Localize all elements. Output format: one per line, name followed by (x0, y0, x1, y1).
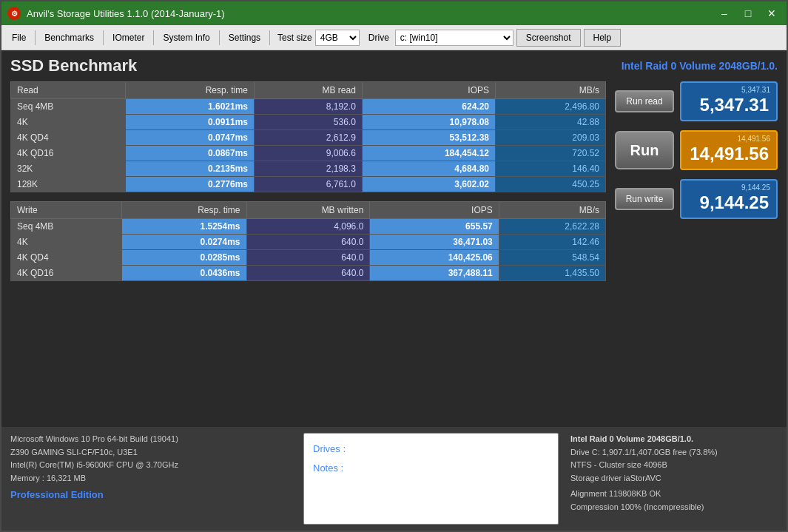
footer-storage-driver: Storage driver iaStorAVC (570, 472, 778, 485)
write-score-box: 9,144.25 9,144.25 (680, 179, 778, 219)
menu-settings[interactable]: Settings (221, 25, 268, 50)
mb-cell: 2,612.9 (255, 130, 363, 146)
resp-time-cell: 1.6021ms (126, 99, 255, 115)
test-size-select[interactable]: 4GB 1GB 2GB (315, 30, 360, 46)
drive-label: Drive (368, 33, 389, 43)
iops-cell: 10,978.08 (362, 115, 495, 130)
read-col-mbs: MB/s (495, 82, 605, 99)
row-label: Seq 4MB (11, 99, 126, 115)
row-label: 4K (11, 235, 122, 250)
iops-cell: 367,488.11 (370, 266, 499, 281)
total-score-label: 14,491.56 (738, 135, 771, 143)
read-score-value: 5,347.31 (689, 95, 769, 115)
iops-cell: 3,602.02 (362, 177, 495, 192)
menu-system-info[interactable]: System Info (155, 25, 217, 50)
table-section: Read Resp. time MB read IOPS MB/s Seq 4M… (10, 81, 606, 421)
iops-cell: 53,512.38 (362, 130, 495, 146)
write-col-iops: IOPS (370, 202, 499, 219)
close-button[interactable]: ✕ (763, 6, 781, 21)
table-row: 32K0.2135ms2,198.34,684.80146.40 (11, 161, 606, 177)
run-write-button[interactable]: Run write (615, 188, 674, 210)
footer-left: Microsoft Windows 10 Pro 64-bit Build (1… (10, 433, 292, 525)
table-row: 128K0.2776ms6,761.03,602.02450.25 (11, 177, 606, 192)
menu-separator-5 (269, 30, 270, 45)
write-col-mbs: MB/s (499, 202, 605, 219)
row-label: 4K QD4 (11, 250, 122, 266)
footer-os: Microsoft Windows 10 Pro 64-bit Build (1… (10, 433, 292, 446)
read-table: Read Resp. time MB read IOPS MB/s Seq 4M… (10, 81, 606, 192)
resp-time-cell: 1.5254ms (122, 219, 246, 235)
read-col-resp: Resp. time (126, 82, 255, 99)
mb-cell: 536.0 (255, 115, 363, 130)
menu-file[interactable]: File (4, 25, 33, 50)
read-header-row: Read Resp. time MB read IOPS MB/s (11, 82, 606, 99)
mb-cell: 640.0 (246, 266, 370, 281)
row-label: 32K (11, 161, 126, 177)
menu-bar: File Benchmarks IOmeter System Info Sett… (1, 25, 787, 50)
table-row: 4K QD40.0747ms2,612.953,512.38209.03 (11, 130, 606, 146)
row-label: 4K QD16 (11, 146, 126, 161)
footer-board: Z390 GAMING SLI-CF/F10c, U3E1 (10, 446, 292, 459)
resp-time-cell: 0.0436ms (122, 266, 246, 281)
run-total-row: Run 14,491.56 14,491.56 (615, 130, 778, 170)
read-col-mb: MB read (255, 82, 363, 99)
write-score-label: 9,144.25 (741, 183, 770, 192)
resp-time-cell: 0.2776ms (126, 177, 255, 192)
table-row: Seq 4MB1.5254ms4,096.0655.572,622.28 (11, 219, 606, 235)
help-button[interactable]: Help (584, 29, 622, 47)
iops-cell: 36,471.03 (370, 235, 499, 250)
run-button[interactable]: Run (615, 131, 674, 169)
read-score-box: 5,347.31 5,347.31 (680, 81, 778, 121)
read-col-iops: IOPS (362, 82, 495, 99)
resp-time-cell: 0.2135ms (126, 161, 255, 177)
footer-drives-label: Drives : (313, 440, 549, 459)
mbs-cell: 2,496.80 (495, 99, 605, 115)
run-read-button[interactable]: Run read (615, 90, 674, 112)
drive-container: c: [win10] (395, 30, 513, 46)
row-label: Seq 4MB (11, 219, 122, 235)
footer-compression: Compression 100% (Incompressible) (570, 501, 778, 514)
read-score-label: 5,347.31 (741, 86, 770, 94)
maximize-button[interactable]: □ (739, 6, 757, 21)
page-title: SSD Benchmark (10, 56, 137, 75)
mbs-cell: 209.03 (495, 130, 605, 146)
app-icon: ⚙ (7, 7, 21, 20)
menu-benchmarks[interactable]: Benchmarks (37, 25, 101, 50)
drive-info: Intel Raid 0 Volume 2048GB/1.0. (622, 60, 778, 72)
mbs-cell: 720.52 (495, 146, 605, 161)
minimize-button[interactable]: – (715, 6, 733, 21)
write-col-label: Write (11, 202, 122, 219)
mb-cell: 8,192.0 (255, 99, 363, 115)
title-bar: ⚙ Anvil's Storage Utilities 1.1.0 (2014-… (1, 1, 787, 25)
window-title: Anvil's Storage Utilities 1.1.0 (2014-Ja… (27, 8, 715, 19)
total-score-box: 14,491.56 14,491.56 (680, 130, 778, 170)
mbs-cell: 146.40 (495, 161, 605, 177)
iops-cell: 4,684.80 (362, 161, 495, 177)
table-gap (10, 192, 606, 201)
footer-edition: Professional Edition (10, 488, 292, 503)
resp-time-cell: 0.0867ms (126, 146, 255, 161)
footer-center: Drives : Notes : (303, 433, 559, 525)
run-read-row: Run read 5,347.31 5,347.31 (615, 81, 778, 121)
resp-time-cell: 0.0285ms (122, 250, 246, 266)
iops-cell: 624.20 (362, 99, 495, 115)
write-header-row: Write Resp. time MB written IOPS MB/s (11, 202, 606, 219)
mb-cell: 9,006.6 (255, 146, 363, 161)
row-label: 128K (11, 177, 126, 192)
menu-iometer[interactable]: IOmeter (105, 25, 152, 50)
footer-drive-c: Drive C: 1,907.1/1,407.0GB free (73.8%) (570, 446, 778, 459)
drive-select[interactable]: c: [win10] (395, 30, 513, 46)
window-controls: – □ ✕ (715, 6, 781, 21)
table-row: 4K QD160.0436ms640.0367,488.111,435.50 (11, 266, 606, 281)
iops-cell: 140,425.06 (370, 250, 499, 266)
table-row: 4K QD160.0867ms9,006.6184,454.12720.52 (11, 146, 606, 161)
screenshot-button[interactable]: Screenshot (516, 29, 581, 47)
footer-cpu: Intel(R) Core(TM) i5-9600KF CPU @ 3.70GH… (10, 459, 292, 472)
main-content: Read Resp. time MB read IOPS MB/s Seq 4M… (1, 81, 787, 427)
table-row: Seq 4MB1.6021ms8,192.0624.202,496.80 (11, 99, 606, 115)
iops-cell: 655.57 (370, 219, 499, 235)
mbs-cell: 548.54 (499, 250, 605, 266)
menu-separator-2 (103, 30, 104, 45)
resp-time-cell: 0.0274ms (122, 235, 246, 250)
footer-ntfs: NTFS - Cluster size 4096B (570, 459, 778, 472)
